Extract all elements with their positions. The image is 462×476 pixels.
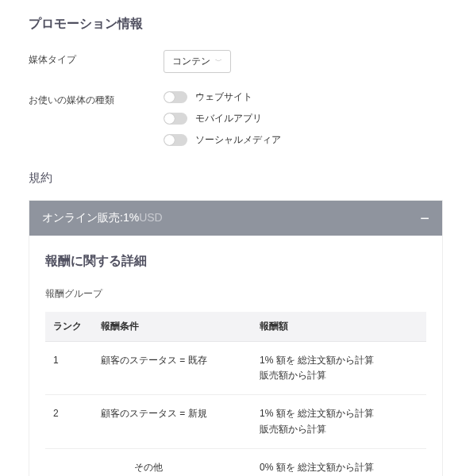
media-kind-row: お使いの媒体の種類 ウェブサイト モバイルアプリ ソーシャルメディア bbox=[29, 90, 443, 147]
toggle-item-social: ソーシャルメディア bbox=[164, 133, 443, 147]
table-header-row: ランク 報酬条件 報酬額 bbox=[45, 312, 426, 342]
cell-rank: 1 bbox=[45, 342, 93, 395]
group-label: 報酬グループ bbox=[45, 287, 426, 301]
detail-title: 報酬に関する詳細 bbox=[45, 253, 426, 270]
toggle-label-website: ウェブサイト bbox=[195, 90, 252, 104]
table-row-other: その他 0% 額を 総注文額から計算販売額から計算 bbox=[45, 448, 426, 476]
accordion-body: 報酬に関する詳細 報酬グループ ランク 報酬条件 報酬額 1 顧客のステータス … bbox=[29, 236, 442, 476]
toggle-label-mobile: モバイルアプリ bbox=[195, 112, 262, 125]
table-row: 2 顧客のステータス = 新規 1% 額を 総注文額から計算販売額から計算 bbox=[45, 395, 426, 448]
commission-accordion: オンライン販売:1%USD − 報酬に関する詳細 報酬グループ ランク 報酬条件… bbox=[29, 200, 443, 476]
collapse-icon[interactable]: − bbox=[420, 210, 429, 226]
cell-rank: 2 bbox=[45, 395, 93, 448]
toggle-social[interactable] bbox=[164, 134, 187, 146]
toggle-list: ウェブサイト モバイルアプリ ソーシャルメディア bbox=[164, 90, 443, 147]
accordion-rate: 1% bbox=[123, 211, 139, 224]
toggle-item-website: ウェブサイト bbox=[164, 90, 443, 104]
media-type-label: 媒体タイプ bbox=[29, 50, 164, 67]
chevron-down-icon: ﹀ bbox=[215, 56, 222, 67]
toggle-mobile[interactable] bbox=[164, 113, 187, 125]
col-condition: 報酬条件 bbox=[93, 312, 252, 342]
accordion-header-text: オンライン販売:1%USD bbox=[42, 211, 163, 225]
toggle-item-mobile: モバイルアプリ bbox=[164, 112, 443, 125]
table-row: 1 顧客のステータス = 既存 1% 額を 総注文額から計算販売額から計算 bbox=[45, 342, 426, 395]
accordion-prefix: オンライン販売: bbox=[42, 211, 123, 224]
cell-amount-other: 0% 額を 総注文額から計算販売額から計算 bbox=[252, 448, 426, 476]
media-kind-label: お使いの媒体の種類 bbox=[29, 90, 164, 107]
toggle-label-social: ソーシャルメディア bbox=[195, 133, 281, 147]
promotion-title: プロモーション情報 bbox=[29, 16, 443, 33]
toggle-website[interactable] bbox=[164, 91, 187, 103]
media-type-row: 媒体タイプ コンテン ﹀ bbox=[29, 50, 443, 73]
accordion-currency: USD bbox=[139, 211, 163, 224]
cell-condition-other: その他 bbox=[45, 448, 252, 476]
cell-condition: 顧客のステータス = 新規 bbox=[93, 395, 252, 448]
accordion-header[interactable]: オンライン販売:1%USD − bbox=[29, 201, 442, 236]
col-rank: ランク bbox=[45, 312, 93, 342]
promotion-section: プロモーション情報 媒体タイプ コンテン ﹀ お使いの媒体の種類 ウェブサイト … bbox=[29, 16, 443, 147]
terms-section: 規約 オンライン販売:1%USD − 報酬に関する詳細 報酬グループ ランク 報… bbox=[29, 171, 443, 476]
commission-table: ランク 報酬条件 報酬額 1 顧客のステータス = 既存 1% 額を 総注文額か… bbox=[45, 312, 426, 476]
cell-amount: 1% 額を 総注文額から計算販売額から計算 bbox=[252, 395, 426, 448]
terms-title: 規約 bbox=[29, 171, 443, 186]
media-type-select[interactable]: コンテン ﹀ bbox=[164, 50, 231, 73]
col-amount: 報酬額 bbox=[252, 312, 426, 342]
media-type-value: コンテン bbox=[172, 55, 210, 68]
cell-condition: 顧客のステータス = 既存 bbox=[93, 342, 252, 395]
cell-amount: 1% 額を 総注文額から計算販売額から計算 bbox=[252, 342, 426, 395]
